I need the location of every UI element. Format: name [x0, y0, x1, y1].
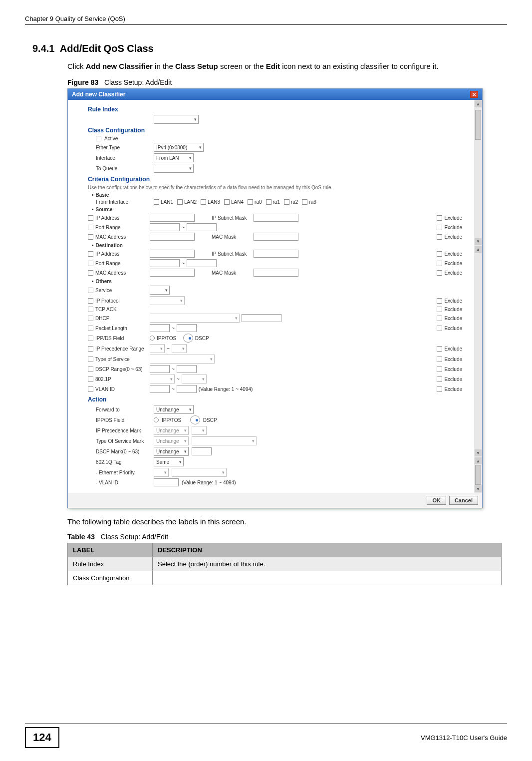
action-dscp-radio[interactable]: [190, 415, 200, 424]
vlan-id-exclude-checkbox[interactable]: [437, 386, 442, 392]
close-icon[interactable]: ✕: [470, 91, 478, 98]
ip-protocol-exclude-checkbox[interactable]: [437, 298, 442, 304]
dscp-mark-input[interactable]: [192, 447, 212, 455]
dhcp-checkbox[interactable]: [88, 316, 93, 321]
packet-length-checkbox[interactable]: [88, 326, 93, 331]
dscp-range-checkbox[interactable]: [88, 367, 93, 372]
scrollbar-right[interactable]: ▲ ▼ ▲ ▼ ▲ ▼: [474, 100, 482, 493]
scroll-thumb-top[interactable]: [475, 110, 481, 140]
dscp-range-from-input[interactable]: [150, 365, 170, 373]
scroll-up-icon-mid2[interactable]: ▲: [475, 457, 482, 464]
dot1p-to-select[interactable]: [182, 375, 207, 383]
dst-ip-exclude-checkbox[interactable]: [437, 251, 442, 257]
lan1-checkbox[interactable]: [154, 199, 159, 205]
dst-mac-checkbox[interactable]: [88, 270, 93, 276]
lan2-checkbox[interactable]: [177, 199, 183, 205]
vlan-id-to-input[interactable]: [177, 385, 197, 393]
ip-protocol-checkbox[interactable]: [88, 298, 93, 304]
dhcp-exclude-checkbox[interactable]: [437, 316, 442, 321]
dst-ip-checkbox[interactable]: [88, 251, 93, 257]
dot1q-tag-select[interactable]: Same: [154, 457, 184, 466]
tilde-4: ~: [167, 346, 170, 352]
dot1p-exclude-checkbox[interactable]: [437, 377, 442, 382]
dscp-range-to-input[interactable]: [177, 365, 197, 373]
packet-length-to-input[interactable]: [177, 324, 197, 332]
dst-port-to-input[interactable]: [187, 259, 217, 267]
scroll-up-icon-mid1[interactable]: ▲: [475, 246, 482, 253]
lan4-checkbox[interactable]: [224, 199, 230, 205]
tos-checkbox[interactable]: [88, 357, 93, 362]
scroll-down-icon-mid2[interactable]: ▼: [475, 449, 482, 456]
ip-prec-exclude-checkbox[interactable]: [437, 346, 442, 352]
dhcp-input[interactable]: [242, 314, 281, 322]
dst-port-from-input[interactable]: [150, 259, 180, 267]
forward-to-select[interactable]: Unchange: [154, 405, 194, 414]
src-mac-checkbox[interactable]: [88, 234, 93, 240]
tos-mark-select2[interactable]: [192, 436, 257, 445]
action-ipptos-radio[interactable]: [154, 417, 159, 422]
ip-prec-to-select[interactable]: [172, 344, 187, 353]
src-mac-exclude-checkbox[interactable]: [437, 234, 442, 240]
src-mac-input[interactable]: [150, 233, 195, 241]
dst-subnet-input[interactable]: [254, 250, 298, 258]
dscp-range-exclude-checkbox[interactable]: [437, 367, 442, 372]
ra3-checkbox[interactable]: [302, 199, 307, 205]
ip-protocol-select[interactable]: [150, 296, 185, 305]
dst-port-checkbox[interactable]: [88, 261, 93, 266]
ok-button[interactable]: OK: [427, 496, 446, 505]
dhcp-select[interactable]: [150, 314, 240, 323]
ip-prec-from-select[interactable]: [150, 344, 165, 353]
dst-mac-input[interactable]: [150, 269, 195, 277]
tcp-ack-checkbox[interactable]: [88, 307, 93, 312]
active-checkbox[interactable]: [96, 136, 101, 141]
service-checkbox[interactable]: [88, 288, 93, 293]
packet-length-from-input[interactable]: [150, 324, 170, 332]
ipptos-radio[interactable]: [150, 336, 155, 341]
tos-select[interactable]: [150, 355, 215, 364]
ether-type-select[interactable]: IPv4 (0x0800): [154, 143, 204, 152]
src-port-exclude-checkbox[interactable]: [437, 225, 442, 230]
service-select[interactable]: [150, 286, 170, 295]
dscp-mark-select[interactable]: Unchange: [154, 447, 189, 456]
ip-prec-mark-select[interactable]: Unchange: [154, 426, 189, 435]
tos-exclude-checkbox[interactable]: [437, 357, 442, 362]
ip-precedence-range-checkbox[interactable]: [88, 346, 93, 352]
scroll-up-icon[interactable]: ▲: [475, 100, 482, 107]
tos-mark-select[interactable]: Unchange: [154, 436, 189, 445]
vlan-id-checkbox[interactable]: [88, 386, 93, 392]
src-ip-input[interactable]: [150, 214, 195, 222]
cancel-button[interactable]: Cancel: [449, 496, 478, 505]
dot1p-from-select[interactable]: [150, 375, 175, 383]
dot1p-checkbox[interactable]: [88, 377, 93, 382]
src-port-checkbox[interactable]: [88, 225, 93, 230]
rule-index-select[interactable]: [154, 115, 199, 124]
dst-macmask-input[interactable]: [254, 269, 298, 277]
src-ip-exclude-checkbox[interactable]: [437, 215, 442, 221]
vlan-id-from-input[interactable]: [150, 385, 170, 393]
src-port-from-input[interactable]: [150, 223, 180, 231]
scroll-down-icon-mid1[interactable]: ▼: [475, 238, 482, 245]
ra0-checkbox[interactable]: [248, 199, 253, 205]
dst-mac-exclude-checkbox[interactable]: [437, 270, 442, 276]
ippds-field-checkbox[interactable]: [88, 336, 93, 341]
src-subnet-input[interactable]: [254, 214, 298, 222]
scroll-thumb-bottom[interactable]: [475, 465, 481, 485]
eth-priority-select2[interactable]: [172, 468, 227, 477]
dscp-radio[interactable]: [183, 334, 193, 343]
scroll-down-icon[interactable]: ▼: [475, 485, 482, 492]
src-macmask-input[interactable]: [254, 233, 298, 241]
src-ip-checkbox[interactable]: [88, 215, 93, 221]
dst-ip-input[interactable]: [150, 250, 195, 258]
ip-prec-mark-select2[interactable]: [192, 426, 207, 435]
ra1-checkbox[interactable]: [266, 199, 271, 205]
tcp-ack-exclude-checkbox[interactable]: [437, 307, 442, 312]
lan3-checkbox[interactable]: [201, 199, 206, 205]
interface-select[interactable]: From LAN: [154, 153, 194, 162]
src-port-to-input[interactable]: [187, 223, 217, 231]
eth-priority-select[interactable]: [154, 468, 169, 477]
packet-length-exclude-checkbox[interactable]: [437, 326, 442, 331]
action-vlan-id-input[interactable]: [154, 478, 179, 486]
ra2-checkbox[interactable]: [284, 199, 289, 205]
to-queue-select[interactable]: [154, 164, 194, 173]
dst-port-exclude-checkbox[interactable]: [437, 261, 442, 266]
